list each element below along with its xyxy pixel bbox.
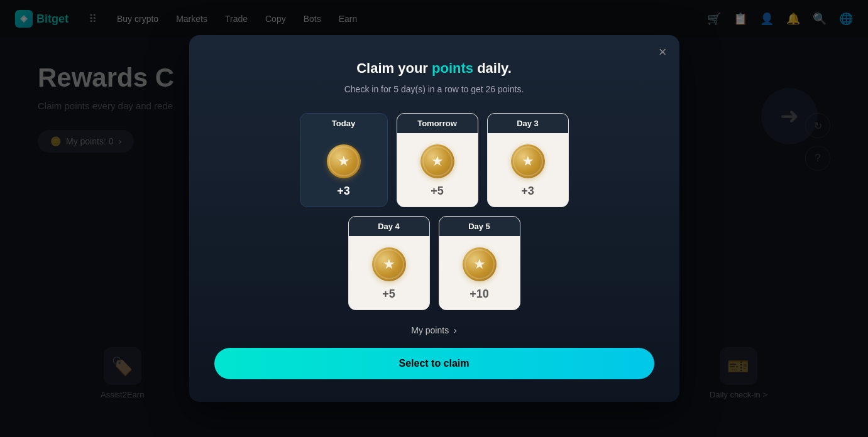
days-top-row: Today ★ +3 Tomorrow ★ +5 Day 3 [214, 113, 654, 207]
day-card-tomorrow[interactable]: Tomorrow ★ +5 [397, 113, 478, 207]
coin-today: ★ [327, 144, 361, 178]
chevron-right-icon: › [454, 325, 457, 335]
modal-title-accent: points [432, 60, 473, 76]
day-points-3: +3 [521, 185, 534, 198]
coin-day5: ★ [463, 247, 497, 281]
day-label-today: Today [300, 114, 387, 133]
close-button[interactable]: × [659, 45, 667, 59]
day-points-4: +5 [382, 288, 395, 301]
days-bottom-row: Day 4 ★ +5 Day 5 ★ +10 [214, 216, 654, 310]
my-points-link[interactable]: My points › [214, 325, 654, 335]
day-card-5[interactable]: Day 5 ★ +10 [439, 216, 520, 310]
claim-modal: × Claim your points daily. Check in for … [189, 35, 679, 402]
claim-button[interactable]: Select to claim [214, 348, 654, 379]
star-icon-5: ★ [473, 256, 486, 272]
day-label-5: Day 5 [439, 217, 520, 236]
day-card-4[interactable]: Day 4 ★ +5 [348, 216, 430, 310]
day-body-3: ★ +3 [488, 133, 568, 207]
modal-title-end: daily. [473, 60, 512, 76]
day-label-3: Day 3 [488, 114, 568, 133]
day-body-today: ★ +3 [300, 133, 387, 207]
coin-tomorrow: ★ [420, 144, 454, 178]
my-points-link-text: My points [411, 325, 449, 335]
day-points-tomorrow: +5 [431, 185, 444, 198]
star-icon-4: ★ [383, 256, 395, 272]
star-icon: ★ [338, 153, 350, 170]
modal-subtitle: Check in for 5 day(s) in a row to get 26… [214, 84, 654, 94]
modal-title-plain: Claim your [356, 60, 432, 76]
modal-title: Claim your points daily. [214, 60, 654, 77]
day-card-3[interactable]: Day 3 ★ +3 [487, 113, 569, 207]
star-icon-3: ★ [522, 153, 534, 170]
day-label-tomorrow: Tomorrow [397, 114, 478, 133]
day-card-today[interactable]: Today ★ +3 [300, 113, 388, 207]
coin-day3: ★ [511, 144, 545, 178]
day-points-today: +3 [337, 185, 350, 198]
day-body-5: ★ +10 [439, 236, 520, 310]
day-body-4: ★ +5 [349, 236, 429, 310]
day-points-5: +10 [470, 288, 489, 301]
day-label-4: Day 4 [349, 217, 429, 236]
coin-day4: ★ [372, 247, 406, 281]
day-body-tomorrow: ★ +5 [397, 133, 478, 207]
star-icon-2: ★ [431, 153, 444, 170]
